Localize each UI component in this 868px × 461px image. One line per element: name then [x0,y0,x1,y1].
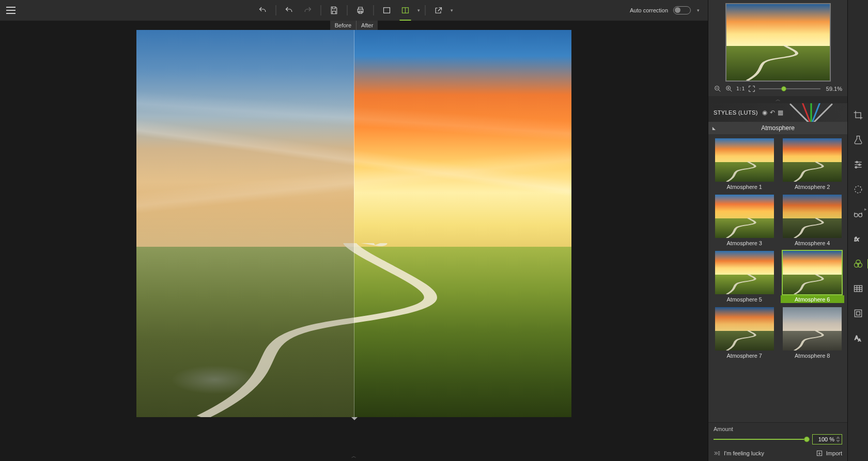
amount-input[interactable]: 100 % [812,434,842,444]
svg-line-16 [811,104,832,122]
preset-7[interactable]: Atmosphere 7 [712,306,777,359]
menu-button[interactable] [4,4,18,17]
panel-collapse-up[interactable]: ︿ [708,96,847,103]
separator [374,5,374,15]
auto-correction-toggle[interactable] [673,6,691,14]
preset-1[interactable]: Atmosphere 1 [712,137,777,190]
undo-step-button[interactable] [282,3,297,18]
text-tool-icon[interactable]: AA [851,331,865,345]
svg-rect-32 [854,285,862,292]
preset-3[interactable]: Atmosphere 3 [712,194,777,247]
svg-line-6 [719,90,720,91]
auto-correction-dropdown[interactable]: ▾ [696,8,700,13]
styles-title: STYLES (LUTS) [714,109,758,116]
feeling-lucky-button[interactable]: I'm feeling lucky [714,450,764,457]
preset-2[interactable]: Atmosphere 2 [781,137,845,190]
category-atmosphere[interactable]: Atmosphere [708,122,847,134]
preset-4[interactable]: Atmosphere 4 [781,194,845,247]
preset-label: Atmosphere 4 [795,239,830,247]
top-toolbar: ▾ ▾ Auto correction ▾ [0,0,708,21]
lut-tool-icon[interactable] [851,257,865,271]
amount-label: Amount [714,426,842,432]
image-canvas[interactable] [136,30,571,417]
svg-rect-38 [856,312,860,315]
toolstrip-expand[interactable]: ▸ [864,206,867,212]
view-dropdown[interactable]: ▾ [416,8,420,13]
zoom-out-icon[interactable] [714,85,722,93]
svg-text:A: A [858,338,861,342]
fx-tool-icon[interactable]: fx [851,232,865,246]
split-divider[interactable] [354,30,354,417]
svg-text:fx: fx [854,235,859,242]
zoom-100-icon[interactable]: 1:1 [736,85,745,93]
print-button[interactable] [353,3,368,18]
share-button[interactable] [431,3,446,18]
preset-5[interactable]: Atmosphere 5 [712,250,777,303]
redo-step-button[interactable] [300,3,316,18]
preset-label: Atmosphere 3 [727,239,762,247]
zoom-in-icon[interactable] [725,85,733,93]
side-panel: 1:1 59.1% ︿ STYLES (LUTS) ◉ ↶ ▦ [708,0,847,461]
canvas-area: Before After [0,21,708,461]
share-dropdown[interactable]: ▾ [450,8,453,13]
preset-label: Atmosphere 8 [795,352,830,359]
styles-decoration-icon [780,103,842,122]
styles-reset-icon[interactable]: ↶ [770,109,775,116]
panel-footer: I'm feeling lucky Import [708,447,847,461]
zoom-value: 59.1% [824,86,842,92]
toolbar-right: Auto correction ▾ [630,6,704,14]
preset-label: Atmosphere 5 [727,295,762,303]
preset-label: Atmosphere 7 [727,352,762,359]
preset-label: Atmosphere 2 [795,183,830,190]
split-view-button[interactable] [398,3,413,18]
category-label: Atmosphere [761,124,795,132]
svg-line-12 [791,104,811,122]
after-tab[interactable]: After [357,21,378,30]
before-after-tabs: Before After [330,21,378,30]
zoom-slider[interactable] [759,85,820,92]
toolbar-center: ▾ ▾ [255,3,453,18]
auto-correction-label: Auto correction [630,7,668,13]
zoom-controls: 1:1 59.1% [708,83,847,96]
styles-visibility-icon[interactable]: ◉ [762,109,767,116]
lab-tool-icon[interactable] [851,133,865,147]
preset-label: Atmosphere 1 [727,183,762,190]
undo-button[interactable] [255,3,271,18]
svg-rect-37 [855,310,861,316]
preset-8[interactable]: Atmosphere 8 [781,306,845,359]
separator [276,5,276,15]
svg-rect-2 [384,8,390,13]
svg-line-13 [802,103,811,122]
grid-tool-icon[interactable] [851,282,865,295]
svg-rect-0 [358,9,363,12]
separator [347,5,348,15]
frame-tool-icon[interactable] [851,307,865,320]
glasses-tool-icon[interactable] [851,208,865,221]
amount-row: Amount 100 % [708,422,847,447]
preset-6[interactable]: Atmosphere 6 [781,250,845,303]
separator [321,5,321,15]
selection-tool-icon[interactable] [851,183,865,196]
svg-line-9 [730,90,732,91]
before-tab[interactable]: Before [330,21,357,30]
svg-point-25 [855,186,861,193]
separator [425,5,426,15]
svg-line-15 [811,103,820,122]
crop-tool-icon[interactable] [851,108,865,122]
amount-slider[interactable] [714,436,807,443]
filmstrip-collapse[interactable]: ︿ [351,453,357,460]
preset-label: Atmosphere 6 [781,295,845,303]
save-button[interactable] [327,3,342,18]
import-button[interactable]: Import [816,450,842,457]
navigator-preview[interactable] [725,3,831,82]
preset-grid: Atmosphere 1Atmosphere 2Atmosphere 3Atmo… [708,134,847,422]
tool-strip: fx AA ▸ [847,0,868,461]
zoom-fit-icon[interactable] [748,85,756,93]
sliders-tool-icon[interactable] [851,158,865,171]
styles-header: STYLES (LUTS) ◉ ↶ ▦ [708,103,847,122]
single-view-button[interactable] [379,3,395,18]
